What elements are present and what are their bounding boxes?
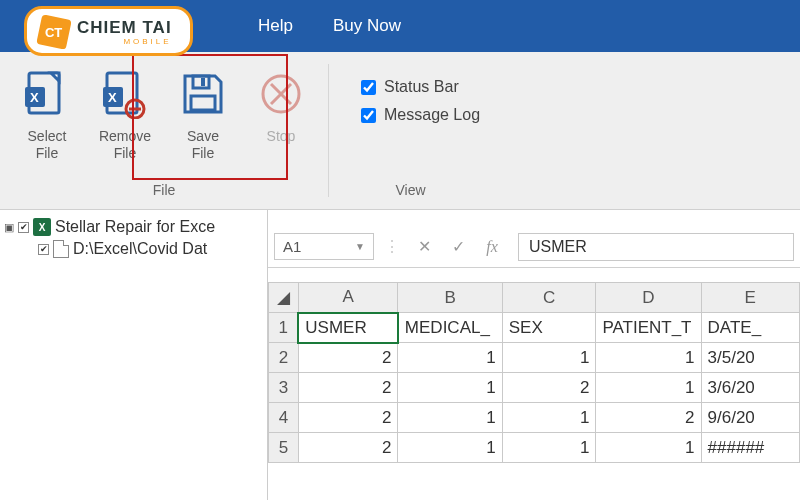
select-file-button[interactable]: X Select File	[12, 60, 82, 162]
name-box[interactable]: A1 ▼	[274, 233, 374, 260]
ribbon-group-file: X Select File X Remove File Save File	[0, 52, 328, 209]
logo-text: CHIEM TAI	[77, 19, 172, 36]
selected-cell: USMER	[298, 313, 398, 343]
logo-icon: CT	[36, 14, 72, 50]
main-area: ▣ ✔ X Stellar Repair for Exce ✔ D:\Excel…	[0, 210, 800, 500]
col-header[interactable]: C	[502, 283, 596, 313]
tree-root[interactable]: ▣ ✔ X Stellar Repair for Exce	[4, 216, 263, 238]
table-row[interactable]: 1 USMER MEDICAL_ SEX PATIENT_T DATE_	[269, 313, 800, 343]
remove-file-button[interactable]: X Remove File	[90, 60, 160, 162]
message-log-checkbox[interactable]: Message Log	[361, 106, 480, 124]
dropdown-icon[interactable]: ▼	[355, 241, 365, 252]
ribbon: X Select File X Remove File Save File	[0, 52, 800, 210]
ribbon-group-view: Status Bar Message Log View	[329, 52, 492, 209]
spreadsheet-panel: A1 ▼ ⋮ ✕ ✓ fx USMER ◢ A B C D E 1 USMER …	[268, 210, 800, 500]
excel-icon: X	[33, 218, 51, 236]
excel-select-icon: X	[19, 66, 75, 122]
accept-icon[interactable]: ✓	[444, 237, 472, 256]
checkbox-icon[interactable]: ✔	[38, 244, 49, 255]
formula-bar: A1 ▼ ⋮ ✕ ✓ fx USMER	[268, 226, 800, 268]
logo-subtext: MOBILE	[77, 38, 172, 46]
checkbox-icon[interactable]: ✔	[18, 222, 29, 233]
save-file-button[interactable]: Save File	[168, 60, 238, 162]
table-row[interactable]: 4 2 1 1 2 9/6/20	[269, 403, 800, 433]
fx-icon[interactable]: fx	[478, 238, 506, 256]
table-row[interactable]: 2 2 1 1 1 3/5/20	[269, 343, 800, 373]
svg-text:X: X	[108, 90, 117, 105]
col-header[interactable]: E	[701, 283, 799, 313]
status-bar-checkbox[interactable]: Status Bar	[361, 78, 480, 96]
save-icon	[175, 66, 231, 122]
menu-buy-now[interactable]: Buy Now	[333, 16, 401, 36]
stop-button: Stop	[246, 60, 316, 145]
table-row[interactable]: 5 2 1 1 1 ######	[269, 433, 800, 463]
select-all-corner[interactable]: ◢	[269, 283, 299, 313]
table-row[interactable]: 3 2 1 2 1 3/6/20	[269, 373, 800, 403]
excel-remove-icon: X	[97, 66, 153, 122]
file-tree[interactable]: ▣ ✔ X Stellar Repair for Exce ✔ D:\Excel…	[0, 210, 268, 500]
svg-rect-10	[191, 96, 215, 110]
group-label-file: File	[12, 182, 316, 198]
spreadsheet-grid[interactable]: ◢ A B C D E 1 USMER MEDICAL_ SEX PATIENT…	[268, 282, 800, 463]
svg-text:X: X	[30, 90, 39, 105]
collapse-icon[interactable]: ▣	[4, 221, 14, 234]
col-header[interactable]: A	[298, 283, 398, 313]
col-header[interactable]: B	[398, 283, 502, 313]
col-header[interactable]: D	[596, 283, 701, 313]
file-icon	[53, 240, 69, 258]
brand-logo: CT CHIEM TAI MOBILE	[24, 6, 193, 56]
formula-input[interactable]: USMER	[518, 233, 794, 261]
svg-rect-9	[201, 78, 205, 86]
stop-icon	[253, 66, 309, 122]
group-label-view: View	[341, 182, 480, 198]
tree-child[interactable]: ✔ D:\Excel\Covid Dat	[4, 238, 263, 260]
menu-help[interactable]: Help	[258, 16, 293, 36]
cancel-icon[interactable]: ✕	[410, 237, 438, 256]
